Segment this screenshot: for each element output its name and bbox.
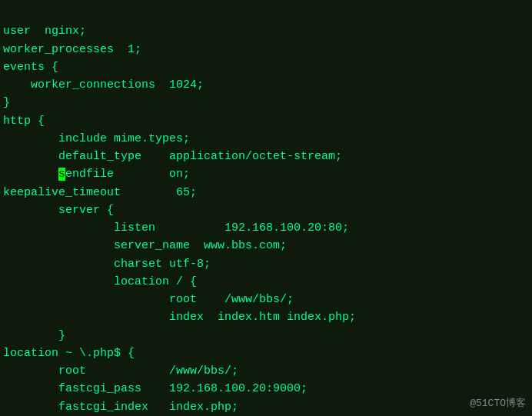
code-line-8: default_type application/octet-stream;: [3, 150, 342, 163]
code-line-13: server_name www.bbs.com;: [3, 239, 287, 252]
code-line-18: }: [3, 329, 65, 342]
code-line-14: charset utf-8;: [3, 258, 211, 271]
code-line-9: sendfile on;: [3, 168, 190, 181]
code-line-16: root /www/bbs/;: [3, 293, 294, 306]
code-line-2: worker_processes 1;: [3, 43, 141, 56]
code-line-17: index index.htm index.php;: [3, 311, 356, 324]
code-line-20: root /www/bbs/;: [3, 364, 238, 378]
code-line-12: listen 192.168.100.20:80;: [3, 221, 349, 235]
code-line-5: }: [3, 96, 10, 109]
code-line-4: worker_connections 1024;: [3, 78, 204, 92]
watermark: @51CTO博客: [470, 396, 526, 410]
code-line-21: fastcgi_pass 192.168.100.20:9000;: [3, 382, 308, 395]
code-line-11: server {: [3, 204, 114, 217]
terminal-window: user nginx; worker_processes 1; events {…: [0, 0, 532, 416]
code-line-1: user nginx;: [3, 25, 86, 38]
code-line-3: events {: [3, 61, 58, 74]
code-line-10: keepalive_timeout 65;: [3, 186, 197, 199]
code-line-15: location / {: [3, 275, 197, 288]
code-line-6: http {: [3, 115, 45, 128]
highlight-s: s: [58, 168, 65, 181]
code-line-19: location ~ \.php$ {: [3, 347, 135, 360]
code-line-22: fastcgi_index index.php;: [3, 401, 238, 414]
code-line-7: include mime.types;: [3, 132, 190, 145]
code-content: user nginx; worker_processes 1; events {…: [3, 5, 529, 416]
